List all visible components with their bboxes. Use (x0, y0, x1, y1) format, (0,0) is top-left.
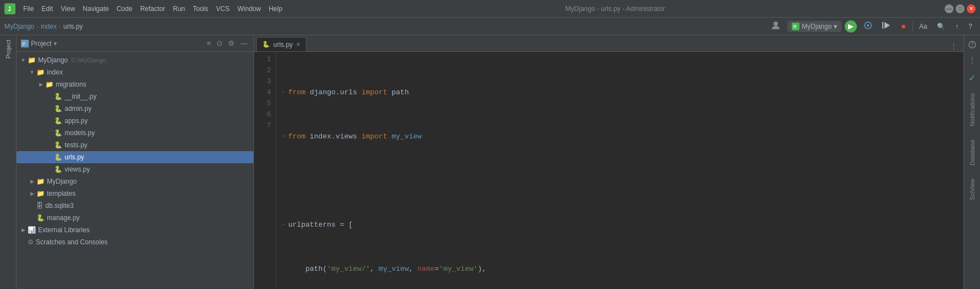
py-icon-models: 🐍 (54, 129, 62, 137)
minimize-button[interactable]: — (945, 4, 953, 13)
menu-help[interactable]: Help (266, 4, 286, 14)
svg-marker-7 (884, 22, 890, 29)
help-more-button[interactable]: ? (965, 21, 976, 32)
tab-database[interactable]: Database (968, 137, 977, 168)
file-tree-panel: P Project ▾ ≡ ⊙ ⚙ — ▼ 📁 MyDjango D:\MyDj… (17, 35, 254, 289)
tree-scratches[interactable]: ▶ ⚙ Scratches and Consoles (17, 236, 253, 248)
tree-models[interactable]: ▶ 🐍 models.py (17, 127, 253, 139)
file-tree-content: ▼ 📁 MyDjango D:\MyDjango ▼ 📁 index ▶ 📁 m… (17, 52, 253, 289)
icon-external-libs: 📊 (28, 226, 36, 234)
label-views: views.py (65, 165, 90, 173)
hide-panel-button[interactable]: — (239, 38, 249, 49)
tab-notifications[interactable]: Notifications (968, 91, 977, 129)
tree-templates[interactable]: ▶ 📁 templates (17, 188, 253, 200)
arrow-external-libs: ▶ (19, 227, 28, 233)
tree-mydjango-root[interactable]: ▼ 📁 MyDjango D:\MyDjango (17, 54, 253, 66)
more-options-icon[interactable]: ⋮ (965, 53, 979, 67)
name-myview: my_view (387, 131, 421, 142)
py-icon-urls: 🐍 (54, 153, 62, 161)
comma-1: , (370, 264, 379, 275)
tree-migrations[interactable]: ▶ 📁 migrations (17, 78, 253, 90)
folder-icon-mydjango-sub: 📁 (36, 178, 45, 185)
menu-code[interactable]: Code (113, 4, 136, 14)
folder-icon: P (21, 40, 29, 47)
project-dropdown-arrow: ▾ (834, 23, 837, 30)
close-paren: ), (478, 264, 486, 275)
tree-init[interactable]: ▶ 🐍 __init__.py (17, 90, 253, 103)
arrow-migrations: ▶ (36, 82, 45, 87)
tree-mydjango-sub[interactable]: ▶ 📁 MyDjango (17, 175, 253, 188)
kw-from-1: from (288, 87, 305, 98)
fold-1[interactable]: ⌐ (280, 87, 287, 98)
menu-view[interactable]: View (57, 4, 78, 14)
scroll-to-center-button[interactable]: ⊙ (215, 38, 224, 49)
label-mydjango: MyDjango (38, 56, 68, 64)
icon-scratches: ⚙ (28, 238, 34, 246)
profile-run-button[interactable] (879, 19, 894, 33)
menu-vcs[interactable]: VCS (213, 4, 233, 14)
tab-close-urls[interactable]: ✕ (296, 41, 300, 47)
label-index: index (47, 68, 63, 76)
string-my-view-path: 'my_view/' (327, 264, 370, 275)
tab-sciview[interactable]: SciView (968, 176, 977, 202)
menu-window[interactable]: Window (234, 4, 264, 14)
breadcrumb-urls[interactable]: urls.py (63, 23, 83, 30)
tree-views[interactable]: ▶ 🐍 views.py (17, 163, 253, 175)
menu-tools[interactable]: Tools (189, 4, 211, 14)
menu-edit[interactable]: Edit (38, 4, 56, 14)
stop-button[interactable]: ■ (898, 21, 908, 32)
line-num-2: 2 (254, 65, 271, 76)
right-panel-tabs: Notifications Database SciView (966, 87, 979, 207)
line-num-5: 5 (254, 98, 271, 109)
debug-button[interactable] (860, 19, 876, 33)
update-button[interactable]: ↑ (952, 21, 962, 32)
module-1: django.urls (305, 87, 361, 98)
breadcrumb-mydjango[interactable]: MyDjango (4, 23, 34, 30)
tree-admin[interactable]: ▶ 🐍 admin.py (17, 103, 253, 115)
path-call: path( (288, 264, 327, 275)
tab-icon-urls: 🐍 (262, 41, 270, 48)
menu-file[interactable]: File (20, 4, 37, 14)
tab-urls[interactable]: 🐍 urls.py ✕ (256, 37, 306, 51)
editor-area: 🐍 urls.py ✕ ⋮ 1 2 3 4 5 6 7 (254, 35, 963, 289)
fold-4[interactable]: ⌐ (280, 220, 287, 231)
tree-tests[interactable]: ▶ 🐍 tests.py (17, 139, 253, 151)
tree-index[interactable]: ▼ 📁 index (17, 66, 253, 78)
project-tree-label: Project (31, 40, 51, 47)
maximize-button[interactable]: □ (956, 4, 965, 13)
run-button[interactable]: ▶ (845, 20, 857, 33)
close-button[interactable]: ✕ (967, 4, 976, 13)
label-urls: urls.py (65, 153, 84, 161)
separator-1 (912, 22, 913, 31)
search-button[interactable]: 🔍 (934, 21, 949, 32)
code-line-1: ⌐ from django.urls import path (280, 87, 963, 98)
gear-button[interactable]: ⚙ (226, 38, 236, 49)
tree-manage[interactable]: ▶ 🐍 manage.py (17, 212, 253, 224)
profile-button[interactable] (767, 19, 784, 34)
editor-settings-button[interactable]: ⋮ (949, 41, 959, 51)
breadcrumb-index[interactable]: index (41, 23, 57, 30)
tree-urls[interactable]: ▶ 🐍 urls.py (17, 151, 253, 163)
svg-point-13 (972, 46, 973, 47)
project-selector[interactable]: M MyDjango ▾ (787, 21, 841, 32)
tree-apps[interactable]: ▶ 🐍 apps.py (17, 115, 253, 127)
menu-navigate[interactable]: Navigate (80, 4, 112, 14)
menu-refactor[interactable]: Refactor (137, 4, 168, 14)
window-title: MyDjango - urls.py - Administrator (290, 5, 940, 13)
py-icon-views: 🐍 (54, 165, 62, 173)
folder-icon-mydjango: 📁 (28, 56, 36, 64)
breadcrumb-sep-1: › (36, 23, 39, 30)
code-content[interactable]: ⌐ from django.urls import path ⌐ from in… (276, 52, 963, 289)
dropdown-arrow-icon[interactable]: ▾ (54, 40, 57, 47)
sqlite-icon-db: 🗄 (36, 202, 43, 210)
menu-run[interactable]: Run (169, 4, 188, 14)
tree-external-libs[interactable]: ▶ 📊 External Libraries (17, 224, 253, 236)
tree-db[interactable]: ▶ 🗄 db.sqlite3 (17, 200, 253, 212)
module-2: index.views (305, 131, 361, 142)
collapse-all-button[interactable]: ≡ (205, 38, 213, 49)
fold-2[interactable]: ⌐ (280, 131, 287, 142)
translate-button[interactable]: Aa (916, 21, 931, 32)
notifications-settings-icon[interactable] (965, 38, 979, 52)
project-tab-label[interactable]: Project (5, 35, 12, 63)
breadcrumb-sep-2: › (59, 23, 61, 30)
